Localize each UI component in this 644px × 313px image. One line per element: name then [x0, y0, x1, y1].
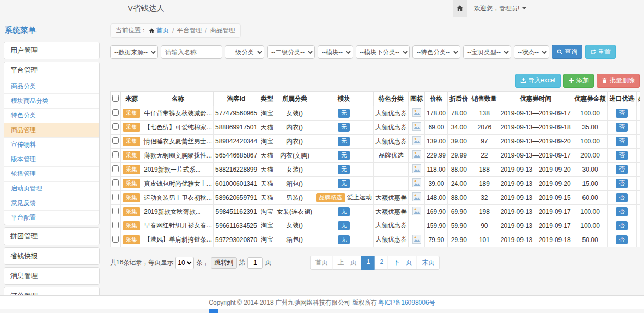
header-checkbox-cell [111, 92, 121, 106]
sales-cell: 101 [470, 233, 499, 247]
import-pick-badge[interactable]: 否 [616, 109, 628, 117]
reset-button[interactable]: 重置 [585, 45, 616, 59]
jump-page-input[interactable] [247, 257, 263, 269]
row-checkbox[interactable] [112, 236, 119, 243]
import-pick-badge[interactable]: 否 [616, 193, 628, 202]
filter-select[interactable]: 一级分类 [225, 45, 264, 59]
sidebar-submenu: 商品分类模块商品分类特色分类商品管理宣传物料版本管理轮播管理启动页管理意见反馈平… [4, 79, 99, 225]
module-cell: 品牌精选爱上运动 [314, 191, 374, 205]
sidebar-panel: 订单管理 [4, 287, 100, 296]
sidebar-item[interactable]: 用户管理 [4, 42, 99, 59]
add-button[interactable]: 添加 [563, 74, 594, 88]
sidebar-subitem[interactable]: 版本管理 [4, 152, 99, 167]
sales-cell: 189 [470, 177, 499, 191]
row-checkbox[interactable] [112, 151, 119, 158]
icp-link[interactable]: 粤ICP备16098006号 [378, 298, 435, 307]
select-all-checkbox[interactable] [112, 95, 119, 102]
sales-cell: 138 [470, 106, 499, 121]
sidebar-subitem[interactable]: 平台配置 [4, 211, 99, 225]
discount-price-cell: 59.90 [447, 219, 470, 233]
coupon-time-cell: 2019-09-13—2019-09-20 [499, 163, 573, 177]
filter-select[interactable]: --特色分类-- [412, 45, 460, 59]
import-pick-badge[interactable]: 否 [616, 207, 628, 216]
filter-select[interactable]: --数据来源-- [110, 45, 158, 59]
coupon-time-cell: 2019-09-13—2019-09-20 [499, 177, 573, 191]
row-checkbox[interactable] [112, 137, 119, 144]
feature-cell: 大额优惠券 [374, 106, 409, 121]
page-link[interactable]: 上一页 [333, 256, 362, 270]
search-button[interactable]: 查询 [552, 45, 582, 59]
row-checkbox[interactable] [112, 109, 119, 116]
sidebar-item[interactable]: 省钱快报 [4, 248, 99, 264]
sidebar-subitem[interactable]: 特色分类 [4, 109, 99, 123]
jump-pre-label: 第 [239, 258, 245, 267]
import-pick-badge[interactable]: 否 [616, 165, 628, 174]
page-link[interactable]: 1 [361, 256, 375, 270]
import-pick-badge[interactable]: 否 [616, 123, 628, 131]
sidebar-subitem[interactable]: 启动页管理 [4, 182, 99, 196]
row-checkbox[interactable] [112, 165, 119, 172]
breadcrumb-home-link[interactable]: 首页 [156, 26, 169, 35]
sidebar-item[interactable]: 消息管理 [4, 268, 99, 284]
table-row: 采集【港风】单肩斜挎链条...597293020870淘宝箱包()无大额优惠券7… [111, 233, 640, 247]
import-excel-label: 导入excel [528, 76, 555, 85]
category-cell: 女装() [275, 163, 314, 177]
breadcrumb: 当前位置： 首页 / 平台管理 / 商品管理 [110, 23, 241, 38]
feature-cell: 大额优惠券 [374, 233, 409, 247]
page-link[interactable]: 2 [375, 256, 389, 270]
row-checkbox[interactable] [112, 208, 119, 214]
import-pick-badge[interactable]: 否 [616, 221, 628, 230]
home-button[interactable] [453, 0, 467, 17]
filter-select[interactable]: --宝贝类型-- [463, 45, 511, 59]
user-menu[interactable]: 欢迎您，管理员! [474, 4, 526, 13]
page-footer: Copyright © 2014-2018 广州九驰网络科技有限公司 版权所有 … [0, 295, 644, 309]
row-checkbox[interactable] [112, 123, 119, 130]
sidebar-subitem[interactable]: 模块商品分类 [4, 94, 99, 109]
sidebar-subitem[interactable]: 轮播管理 [4, 167, 99, 182]
page-link[interactable]: 首页 [310, 256, 333, 270]
filter-select[interactable]: --模块下分类-- [356, 45, 410, 59]
filter-select[interactable]: --模块-- [318, 45, 353, 59]
row-checkbox[interactable] [112, 179, 119, 186]
per-page-select[interactable]: 10 [175, 257, 194, 269]
page-link[interactable]: 末页 [417, 256, 440, 270]
jump-button[interactable]: 跳转到 [211, 257, 237, 269]
type-cell: 天猫 [259, 121, 275, 135]
product-image-icon [412, 164, 421, 173]
import-pick-cell: 否 [607, 219, 636, 233]
sidebar-subitem[interactable]: 意见反馈 [4, 196, 99, 211]
sidebar-item[interactable]: 平台管理 [4, 62, 99, 79]
table-row: 采集【七色纺】可爱纯棉家...588869917501天猫内衣()无大额优惠券6… [111, 121, 640, 135]
import-excel-button[interactable]: 导入excel [515, 74, 561, 88]
table-toolbar: 导入excel 添加 批量删除 [110, 74, 640, 88]
sidebar-subitem[interactable]: 商品管理 [4, 123, 99, 138]
source-badge: 采集 [123, 221, 140, 230]
coupon-time-cell: 2019-09-13—2019-09-18 [499, 233, 573, 247]
sidebar-subitem[interactable]: 宣传物料 [4, 138, 99, 152]
product-name-input[interactable] [161, 45, 222, 59]
row-checkbox-cell [111, 177, 121, 191]
filter-select[interactable]: --二级分类-- [267, 45, 315, 59]
jump-suf-label: 页 [265, 258, 271, 267]
discount-price-cell: 39.00 [447, 135, 470, 149]
import-pick-badge[interactable]: 否 [616, 137, 628, 146]
import-pick-badge[interactable]: 否 [616, 235, 628, 244]
row-checkbox[interactable] [112, 222, 119, 228]
sidebar-panel: 平台管理商品分类模块商品分类特色分类商品管理宣传物料版本管理轮播管理启动页管理意… [4, 62, 100, 225]
sidebar-item[interactable]: 拼团管理 [4, 228, 99, 245]
import-pick-badge[interactable]: 否 [616, 179, 628, 188]
table-row: 采集薄款无钢圈文胸聚拢性...565446685867天猫内衣(文胸)无品牌优选… [111, 149, 640, 163]
type-cell: 淘宝 [259, 106, 275, 121]
batch-delete-button[interactable]: 批量删除 [597, 74, 640, 88]
taoke-id-cell: 565446685867 [214, 149, 259, 163]
must-buy-cell: 否 [636, 121, 640, 135]
row-checkbox[interactable] [112, 194, 119, 200]
coupon-time-cell: 2019-09-13—2019-09-17 [499, 149, 573, 163]
import-pick-badge[interactable]: 否 [616, 151, 628, 160]
source-cell: 采集 [121, 135, 142, 149]
sidebar-item[interactable]: 订单管理 [4, 287, 99, 296]
sidebar-subitem[interactable]: 商品分类 [4, 79, 99, 94]
price-cell: 69.00 [425, 121, 448, 135]
page-link[interactable]: 下一页 [388, 256, 417, 270]
filter-select[interactable]: --状态-- [514, 45, 549, 59]
